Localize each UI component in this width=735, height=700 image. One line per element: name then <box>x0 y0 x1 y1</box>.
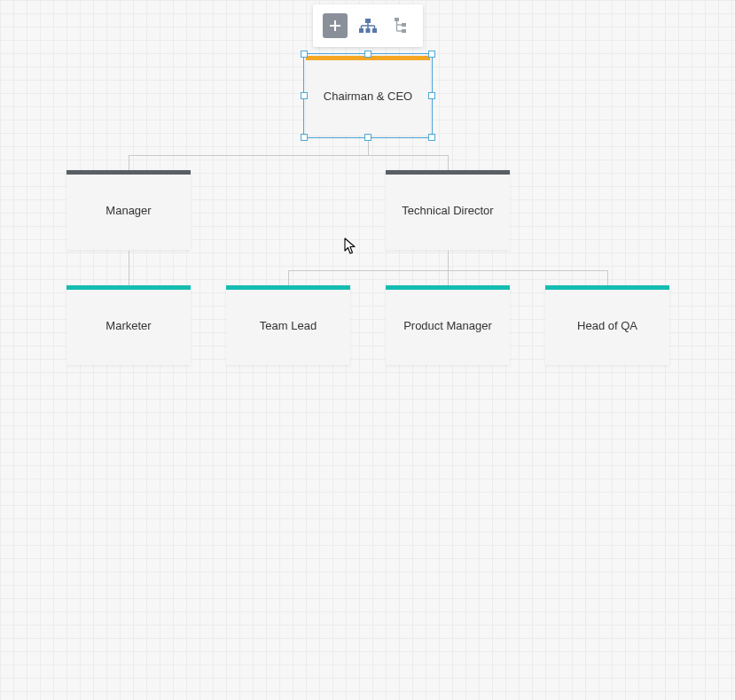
cursor-icon <box>344 237 356 255</box>
node-technical-director[interactable]: Technical Director <box>386 170 510 250</box>
orgchart-layout-button[interactable] <box>356 13 380 38</box>
node-label: Marketer <box>106 319 151 332</box>
svg-rect-22 <box>402 23 406 27</box>
node-ceo[interactable]: Chairman & CEO <box>306 56 430 136</box>
svg-rect-23 <box>402 29 406 33</box>
node-product-manager[interactable]: Product Manager <box>386 285 510 365</box>
node-accent <box>386 285 510 290</box>
node-accent <box>226 285 350 290</box>
node-team-lead[interactable]: Team Lead <box>226 285 350 365</box>
svg-rect-15 <box>372 28 377 33</box>
svg-rect-13 <box>359 28 364 33</box>
node-accent <box>545 285 669 290</box>
tree-icon <box>395 18 407 34</box>
node-label: Technical Director <box>402 204 493 217</box>
node-accent <box>386 170 510 175</box>
node-marketer[interactable]: Marketer <box>66 285 191 365</box>
plus-icon <box>329 19 341 32</box>
node-label: Manager <box>106 204 151 217</box>
svg-rect-21 <box>395 18 399 21</box>
node-accent <box>66 170 191 175</box>
node-label: Head of QA <box>577 319 637 332</box>
node-label: Product Manager <box>403 319 492 332</box>
node-accent <box>306 56 430 60</box>
tree-layout-button[interactable] <box>388 13 413 38</box>
node-label: Chairman & CEO <box>324 89 412 103</box>
node-toolbar <box>313 4 423 47</box>
node-label: Team Lead <box>260 319 317 332</box>
node-accent <box>66 285 191 290</box>
add-button[interactable] <box>323 13 348 38</box>
svg-rect-11 <box>330 25 340 27</box>
svg-rect-14 <box>365 28 370 33</box>
svg-rect-12 <box>365 19 371 23</box>
node-head-of-qa[interactable]: Head of QA <box>545 285 669 365</box>
node-manager[interactable]: Manager <box>66 170 191 250</box>
orgchart-icon <box>359 19 377 33</box>
